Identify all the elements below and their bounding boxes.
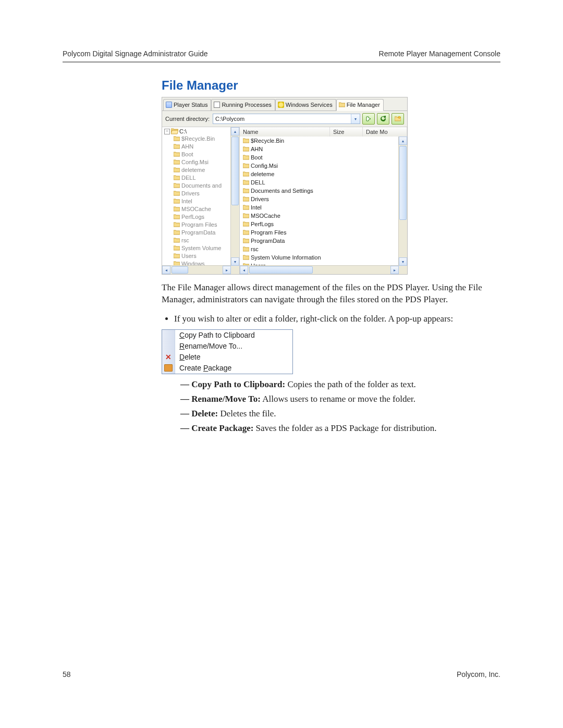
footer-company: Polycom, Inc. <box>457 670 500 678</box>
scroll-left-icon[interactable]: ◂ <box>162 266 170 274</box>
context-menu-item[interactable]: Copy Path to Clipboard <box>162 330 292 341</box>
page-footer: 58 Polycom, Inc. <box>63 670 500 678</box>
list-item[interactable]: MSOCache <box>240 212 399 220</box>
context-menu-label: Copy Path to Clipboard <box>175 331 255 339</box>
list-item-label: Boot <box>251 154 263 161</box>
tab-file-manager[interactable]: File Manager <box>336 99 384 111</box>
folder-icon <box>243 205 249 210</box>
file-list: $Recycle.BinAHNBootConfig.MsideletemeDEL… <box>240 137 399 266</box>
list-item-label: ProgramData <box>251 238 285 244</box>
scroll-up-icon[interactable]: ▴ <box>231 127 239 135</box>
list-vertical-scrollbar[interactable]: ▴ ▾ <box>398 137 407 266</box>
tree-item[interactable]: Boot <box>174 150 231 158</box>
scroll-left-icon[interactable]: ◂ <box>240 266 248 274</box>
folder-icon <box>174 199 180 204</box>
sub-item-desc: Saves the folder as a PDS Package for di… <box>253 423 436 433</box>
sub-item: Copy Path to Clipboard: Copies the path … <box>180 379 500 390</box>
list-item[interactable]: Drivers <box>240 195 399 203</box>
scroll-down-icon[interactable]: ▾ <box>399 257 407 266</box>
tree-root[interactable]: − C:\ <box>163 128 231 134</box>
list-item-label: DELL <box>251 179 265 186</box>
column-date[interactable]: Date Mo <box>363 127 407 137</box>
list-horizontal-scrollbar[interactable]: ◂ ▸ <box>240 265 399 274</box>
tree-horizontal-scrollbar[interactable]: ◂ ▸ <box>162 265 231 274</box>
list-item-label: Documents and Settings <box>251 188 313 194</box>
list-item[interactable]: Documents and Settings <box>240 187 399 195</box>
list-header: Name Size Date Mo <box>240 127 407 137</box>
scrollbar-thumb[interactable] <box>231 137 239 205</box>
tree-item[interactable]: Drivers <box>174 189 231 197</box>
folder-icon <box>243 230 249 235</box>
list-item[interactable]: System Volume Information <box>240 253 399 262</box>
sub-item-desc: Deletes the file. <box>218 409 276 418</box>
list-item-label: Config.Msi <box>251 163 278 169</box>
chevron-down-icon[interactable]: ▾ <box>351 114 360 124</box>
list-item[interactable]: ProgramData <box>240 237 399 245</box>
tree-item[interactable]: deleteme <box>174 166 231 174</box>
list-item[interactable]: rsc <box>240 245 399 253</box>
context-menu-item[interactable]: Create Package <box>162 363 292 374</box>
tree-item[interactable]: Program Files <box>174 220 231 228</box>
tree-item[interactable]: PerfLogs <box>174 213 231 220</box>
list-item-label: Drivers <box>251 196 269 202</box>
go-button[interactable] <box>362 113 375 125</box>
sub-item-term: Delete: <box>191 409 218 418</box>
context-menu: Copy Path to ClipboardRename/Move To...✕… <box>162 329 293 374</box>
context-menu-label: Create Package <box>175 364 231 372</box>
tree-item[interactable]: ProgramData <box>174 228 231 236</box>
context-menu-item[interactable]: ✕Delete <box>162 352 292 363</box>
tree-item-label: System Volume <box>181 245 221 251</box>
path-combobox[interactable]: C:\Polycom ▾ <box>213 114 360 124</box>
tree-item-label: Documents and <box>181 182 222 189</box>
scrollbar-thumb[interactable] <box>172 266 188 274</box>
list-item[interactable]: Intel <box>240 203 399 212</box>
scroll-up-icon[interactable]: ▴ <box>399 137 407 145</box>
list-item[interactable]: Program Files <box>240 228 399 237</box>
tree-vertical-scrollbar[interactable]: ▴ ▾ <box>230 127 239 266</box>
tree-item[interactable]: Users <box>174 252 231 260</box>
sub-item-term: Copy Path to Clipboard: <box>191 379 285 389</box>
context-menu-item[interactable]: Rename/Move To... <box>162 341 292 352</box>
list-item[interactable]: $Recycle.Bin <box>240 137 399 145</box>
scroll-right-icon[interactable]: ▸ <box>390 266 399 274</box>
context-menu-label: Delete <box>175 353 200 361</box>
folder-icon <box>174 191 180 196</box>
tab-windows-services[interactable]: Windows Services <box>275 99 336 110</box>
folder-icon <box>174 175 180 180</box>
tree-item[interactable]: Config.Msi <box>174 158 231 166</box>
column-name[interactable]: Name <box>240 127 330 137</box>
tree-item[interactable]: rsc <box>174 236 231 244</box>
list-item[interactable]: DELL <box>240 178 399 187</box>
tree-item[interactable]: $Recycle.Bin <box>174 134 231 142</box>
scroll-down-icon[interactable]: ▾ <box>231 257 239 266</box>
file-manager-window: Player Status Running Processes Windows … <box>162 97 408 275</box>
scroll-right-icon[interactable]: ▸ <box>223 266 231 274</box>
collapse-icon[interactable]: − <box>164 129 170 134</box>
list-item[interactable]: AHN <box>240 145 399 153</box>
list-item[interactable]: PerfLogs <box>240 220 399 228</box>
tab-player-status[interactable]: Player Status <box>163 99 211 110</box>
column-size[interactable]: Size <box>330 127 363 137</box>
tree-item[interactable]: System Volume <box>174 244 231 252</box>
new-folder-button[interactable] <box>391 113 404 125</box>
list-item-label: MSOCache <box>251 213 280 219</box>
refresh-button[interactable] <box>377 113 389 125</box>
folder-icon <box>243 180 249 185</box>
tab-running-processes[interactable]: Running Processes <box>211 99 275 110</box>
scrollbar-thumb[interactable] <box>399 146 407 220</box>
list-item[interactable]: Boot <box>240 153 399 162</box>
header-right: Remote Player Management Console <box>379 50 500 58</box>
menu-icon-strip <box>162 341 175 352</box>
list-item[interactable]: deleteme <box>240 170 399 178</box>
scrollbar-thumb[interactable] <box>249 266 313 274</box>
tab-label: Running Processes <box>222 102 271 108</box>
pathbar: Current directory: C:\Polycom ▾ <box>162 111 407 127</box>
tree-item[interactable]: MSOCache <box>174 205 231 213</box>
list-item[interactable]: Config.Msi <box>240 162 399 170</box>
svg-point-0 <box>398 116 400 118</box>
tree-item[interactable]: Intel <box>174 197 231 205</box>
tree-item[interactable]: DELL <box>174 174 231 181</box>
folder-tree-pane: − C:\ $Recycle.BinAHNBootConfig.Msidelet… <box>162 127 240 274</box>
tree-item[interactable]: Documents and <box>174 181 231 189</box>
tree-item[interactable]: AHN <box>174 142 231 150</box>
